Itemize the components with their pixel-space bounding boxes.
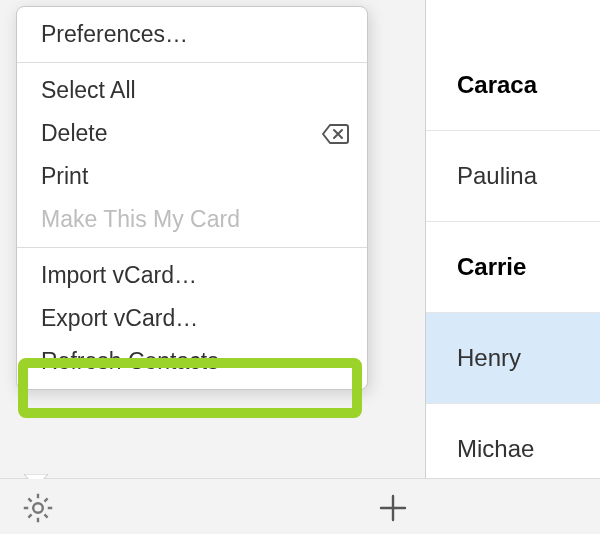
- contact-name: Carrie: [457, 253, 526, 281]
- bottom-bar: [0, 479, 600, 534]
- gear-icon[interactable]: [20, 490, 56, 526]
- menu-item-import-vcard[interactable]: Import vCard…: [17, 254, 367, 297]
- menu-item-label: Print: [41, 163, 88, 190]
- contact-row[interactable]: Caraca: [425, 40, 600, 131]
- menu-item-label: Preferences…: [41, 21, 188, 48]
- vertical-divider: [425, 0, 426, 534]
- menu-item-label: Delete: [41, 120, 107, 147]
- contact-name: Henry: [457, 344, 521, 372]
- contact-row[interactable]: Carrie: [425, 222, 600, 313]
- contact-name: Caraca: [457, 71, 537, 99]
- menu-item-print[interactable]: Print: [17, 155, 367, 198]
- menu-separator: [17, 62, 367, 63]
- backspace-delete-icon: [321, 123, 349, 145]
- menu-item-label: Import vCard…: [41, 262, 197, 289]
- menu-item-label: Select All: [41, 77, 136, 104]
- contacts-list: Caraca Paulina Carrie Henry Michae: [425, 0, 600, 534]
- menu-separator: [17, 247, 367, 248]
- plus-icon[interactable]: [375, 490, 411, 526]
- menu-item-select-all[interactable]: Select All: [17, 69, 367, 112]
- svg-point-1: [33, 503, 43, 513]
- contact-row[interactable]: Henry: [425, 313, 600, 404]
- context-menu: Preferences… Select All Delete Print Mak…: [16, 6, 368, 390]
- menu-item-export-vcard[interactable]: Export vCard…: [17, 297, 367, 340]
- menu-item-preferences[interactable]: Preferences…: [17, 7, 367, 56]
- menu-item-delete[interactable]: Delete: [17, 112, 367, 155]
- contact-row[interactable]: Paulina: [425, 131, 600, 222]
- menu-item-make-my-card: Make This My Card: [17, 198, 367, 241]
- menu-item-refresh-contacts[interactable]: Refresh Contacts: [17, 340, 367, 389]
- menu-item-label: Refresh Contacts: [41, 348, 219, 375]
- menu-item-label: Export vCard…: [41, 305, 198, 332]
- menu-item-label: Make This My Card: [41, 206, 240, 233]
- contact-name: Paulina: [457, 162, 537, 190]
- contact-name: Michae: [457, 435, 534, 463]
